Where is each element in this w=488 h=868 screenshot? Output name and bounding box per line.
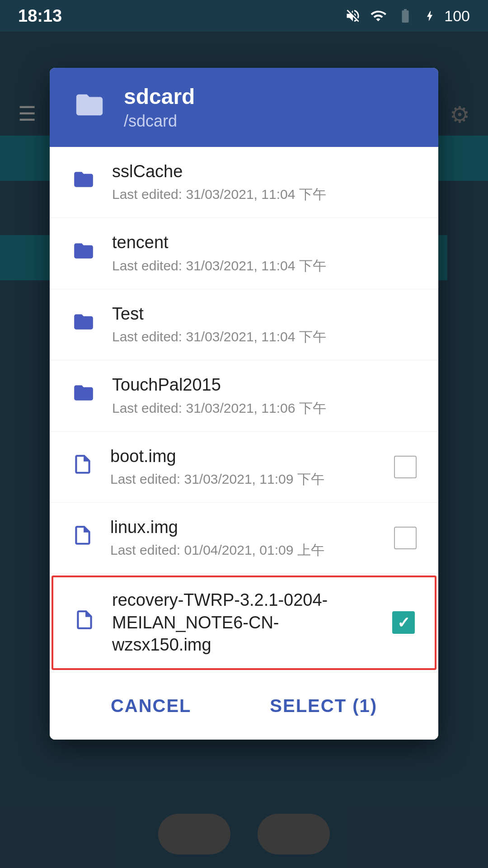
folder-icon bbox=[71, 168, 96, 196]
file-info: sslCache Last edited: 31/03/2021, 11:04 … bbox=[112, 160, 417, 204]
file-info: Test Last edited: 31/03/2021, 11:04 下午 bbox=[112, 303, 417, 346]
nav-back-pill[interactable] bbox=[158, 814, 230, 854]
file-info: tencent Last edited: 31/03/2021, 11:04 下… bbox=[112, 231, 417, 275]
list-item[interactable]: tencent Last edited: 31/03/2021, 11:04 下… bbox=[50, 218, 438, 289]
header-text: sdcard /sdcard bbox=[124, 84, 195, 131]
dialog-footer: CANCEL SELECT (1) bbox=[50, 672, 438, 740]
file-meta: Last edited: 31/03/2021, 11:04 下午 bbox=[112, 328, 417, 346]
file-name: boot.img bbox=[110, 445, 378, 467]
nav-home-pill[interactable] bbox=[258, 814, 330, 854]
list-item[interactable]: sslCache Last edited: 31/03/2021, 11:04 … bbox=[50, 147, 438, 218]
file-icon bbox=[71, 523, 94, 553]
status-icons: 100 bbox=[345, 7, 470, 25]
header-title: sdcard bbox=[124, 84, 195, 109]
dialog-header: sdcard /sdcard bbox=[50, 68, 438, 147]
folder-icon bbox=[71, 311, 96, 339]
file-meta: Last edited: 31/03/2021, 11:09 下午 bbox=[110, 470, 378, 489]
file-name: tencent bbox=[112, 231, 417, 254]
header-path: /sdcard bbox=[124, 112, 195, 131]
file-icon bbox=[73, 608, 96, 637]
folder-icon bbox=[71, 240, 96, 268]
file-meta: Last edited: 01/04/2021, 01:09 上午 bbox=[110, 541, 378, 560]
dialog-overlay: sdcard /sdcard sslCache Last edited: 31/… bbox=[0, 32, 488, 868]
folder-icon bbox=[71, 89, 108, 126]
file-name: linux.img bbox=[110, 516, 378, 538]
file-meta: Last edited: 31/03/2021, 11:04 下午 bbox=[112, 185, 417, 204]
status-time: 18:13 bbox=[18, 6, 62, 26]
list-item[interactable]: Test Last edited: 31/03/2021, 11:04 下午 bbox=[50, 289, 438, 360]
file-picker-dialog: sdcard /sdcard sslCache Last edited: 31/… bbox=[50, 68, 438, 740]
file-checkbox-checked[interactable] bbox=[392, 611, 415, 634]
file-checkbox[interactable] bbox=[394, 527, 417, 549]
file-info: TouchPal2015 Last edited: 31/03/2021, 11… bbox=[112, 374, 417, 417]
file-info: linux.img Last edited: 01/04/2021, 01:09… bbox=[110, 516, 378, 560]
file-name: recovery-TWRP-3.2.1-0204-MEILAN_NOTE6-CN… bbox=[112, 589, 376, 656]
file-info: recovery-TWRP-3.2.1-0204-MEILAN_NOTE6-CN… bbox=[112, 589, 376, 656]
select-button[interactable]: SELECT (1) bbox=[248, 689, 399, 723]
file-icon bbox=[71, 452, 94, 482]
battery-level: 100 bbox=[444, 7, 470, 25]
file-list: sslCache Last edited: 31/03/2021, 11:04 … bbox=[50, 147, 438, 670]
wifi-icon bbox=[369, 8, 387, 24]
list-item[interactable]: linux.img Last edited: 01/04/2021, 01:09… bbox=[50, 503, 438, 574]
status-bar: 18:13 100 bbox=[0, 0, 488, 32]
file-checkbox[interactable] bbox=[394, 456, 417, 478]
file-meta: Last edited: 31/03/2021, 11:06 下午 bbox=[112, 399, 417, 418]
file-meta: Last edited: 31/03/2021, 11:04 下午 bbox=[112, 257, 417, 275]
cancel-button[interactable]: CANCEL bbox=[89, 689, 213, 723]
file-name: sslCache bbox=[112, 160, 417, 183]
nav-bar bbox=[158, 814, 330, 854]
folder-icon bbox=[71, 382, 96, 410]
file-name: Test bbox=[112, 303, 417, 325]
file-info: boot.img Last edited: 31/03/2021, 11:09 … bbox=[110, 445, 378, 489]
battery-icon bbox=[395, 8, 415, 24]
mute-icon bbox=[345, 8, 361, 24]
list-item[interactable]: TouchPal2015 Last edited: 31/03/2021, 11… bbox=[50, 360, 438, 431]
list-item[interactable]: boot.img Last edited: 31/03/2021, 11:09 … bbox=[50, 432, 438, 503]
charging-icon bbox=[423, 8, 436, 24]
file-name: TouchPal2015 bbox=[112, 374, 417, 396]
list-item-selected[interactable]: recovery-TWRP-3.2.1-0204-MEILAN_NOTE6-CN… bbox=[52, 576, 436, 670]
